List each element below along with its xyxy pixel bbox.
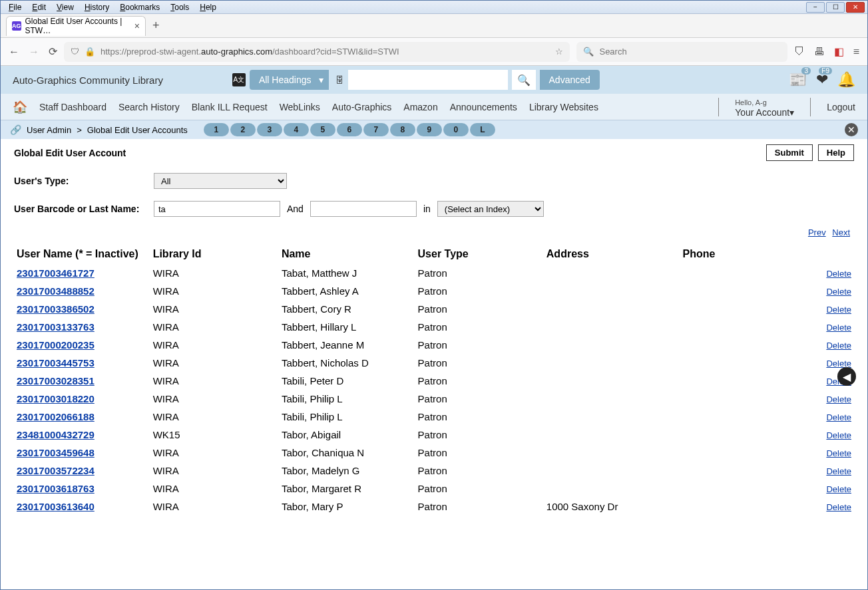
delete-link[interactable]: Delete — [826, 466, 851, 476]
pill-0[interactable]: 0 — [443, 123, 469, 136]
maximize-button[interactable]: ☐ — [826, 2, 845, 13]
user-id-link[interactable]: 23017003445753 — [17, 357, 95, 369]
user-id-link[interactable]: 23017003386502 — [17, 303, 95, 315]
back-button[interactable]: ← — [9, 46, 19, 58]
pill-1[interactable]: 1 — [204, 123, 229, 136]
menu-icon[interactable]: ≡ — [853, 46, 859, 58]
url-domain: auto-graphics.com — [201, 47, 272, 57]
user-id-link[interactable]: 23017003618763 — [17, 483, 95, 494]
advanced-search-button[interactable]: Advanced — [540, 70, 600, 90]
close-panel-icon[interactable]: ✕ — [845, 123, 858, 136]
forward-button[interactable]: → — [29, 46, 39, 58]
minimize-button[interactable]: − — [806, 2, 825, 13]
menu-edit[interactable]: Edit — [27, 1, 51, 13]
close-tab-icon[interactable]: × — [134, 21, 140, 31]
pocket-icon[interactable]: ⛉ — [794, 46, 805, 58]
user-type-select[interactable]: All — [154, 173, 287, 189]
headings-dropdown[interactable]: All Headings — [250, 70, 329, 90]
nav-weblinks[interactable]: WebLinks — [280, 102, 320, 112]
cell-type: Patron — [415, 282, 544, 300]
account-dropdown[interactable]: Hello, A-g Your Account▾ — [735, 96, 794, 118]
delete-link[interactable]: Delete — [826, 448, 851, 458]
menu-file[interactable]: File — [3, 1, 27, 13]
user-id-link[interactable]: 23017000200235 — [17, 339, 95, 351]
nav-staff-dashboard[interactable]: Staff Dashboard — [39, 102, 107, 112]
delete-link[interactable]: Delete — [826, 394, 851, 404]
translate-icon[interactable]: A文 — [232, 73, 246, 86]
notifications-icon[interactable]: 🔔 — [837, 71, 855, 88]
cell-phone — [680, 480, 793, 498]
address-bar[interactable]: 🛡 🔒 https://preprod-stwi-agent.auto-grap… — [64, 42, 570, 62]
cell-phone — [680, 498, 793, 516]
browser-search-box[interactable]: 🔍 Search — [576, 42, 787, 62]
close-window-button[interactable]: ✕ — [846, 2, 865, 13]
bookmark-star-icon[interactable]: ☆ — [555, 47, 563, 57]
delete-link[interactable]: Delete — [826, 287, 851, 297]
reload-button[interactable]: ⟳ — [49, 45, 57, 58]
delete-link[interactable]: Delete — [826, 484, 851, 494]
user-id-link[interactable]: 23017003572234 — [17, 465, 95, 476]
collapse-arrow-icon[interactable]: ◀ — [837, 367, 856, 386]
pill-8[interactable]: 8 — [390, 123, 415, 136]
user-id-link[interactable]: 23017003459648 — [17, 447, 95, 458]
index-select[interactable]: (Select an Index) — [437, 201, 544, 217]
browser-tab[interactable]: AG Global Edit User Accounts | STW… × — [6, 16, 146, 36]
menu-history[interactable]: History — [79, 1, 114, 13]
pill-5[interactable]: 5 — [310, 123, 335, 136]
menu-help[interactable]: Help — [194, 1, 222, 13]
library-name: Auto-Graphics Community Library — [13, 74, 163, 86]
menu-view[interactable]: View — [51, 1, 79, 13]
catalog-search-button[interactable]: 🔍 — [512, 70, 536, 90]
pill-4[interactable]: 4 — [284, 123, 309, 136]
database-icon[interactable]: 🗄 — [335, 75, 344, 85]
delete-link[interactable]: Delete — [826, 412, 851, 422]
next-link[interactable]: Next — [832, 227, 850, 237]
shield-icon[interactable]: 🛡 — [71, 47, 79, 57]
user-id-link[interactable]: 23017003461727 — [17, 267, 95, 279]
menu-bookmarks[interactable]: Bookmarks — [114, 1, 165, 13]
breadcrumb-parent[interactable]: User Admin — [27, 125, 71, 135]
delete-link[interactable]: Delete — [826, 430, 851, 440]
nav-amazon[interactable]: Amazon — [403, 102, 437, 112]
user-id-link[interactable]: 23017003488852 — [17, 285, 95, 297]
help-button[interactable]: Help — [818, 144, 854, 161]
nav-blank-ill-request[interactable]: Blank ILL Request — [192, 102, 268, 112]
nav-library-websites[interactable]: Library Websites — [529, 102, 598, 112]
nav-search-history[interactable]: Search History — [118, 102, 180, 112]
pill-7[interactable]: 7 — [363, 123, 389, 136]
prev-link[interactable]: Prev — [808, 227, 826, 237]
user-id-link[interactable]: 23017003018220 — [17, 393, 95, 404]
delete-link[interactable]: Delete — [826, 323, 851, 333]
user-id-link[interactable]: 23017002066188 — [17, 411, 95, 422]
barcode-input-2[interactable] — [310, 201, 417, 217]
user-id-link[interactable]: 23481000432729 — [17, 429, 95, 440]
browser-tabstrip: AG Global Edit User Accounts | STW… × + — [1, 14, 867, 38]
delete-link[interactable]: Delete — [826, 502, 851, 512]
home-icon[interactable]: 🏠 — [13, 100, 27, 114]
delete-link[interactable]: Delete — [826, 341, 851, 351]
delete-link[interactable]: Delete — [826, 269, 851, 279]
pill-9[interactable]: 9 — [417, 123, 442, 136]
catalog-search-input[interactable] — [348, 70, 508, 90]
extension-icon[interactable]: ◧ — [834, 45, 844, 58]
submit-button[interactable]: Submit — [766, 144, 813, 161]
cell-phone — [680, 336, 793, 354]
user-id-link[interactable]: 23017003133763 — [17, 321, 95, 333]
print-icon[interactable]: 🖶 — [814, 46, 825, 58]
pill-3[interactable]: 3 — [257, 123, 282, 136]
user-id-link[interactable]: 23017003028351 — [17, 375, 95, 386]
new-tab-button[interactable]: + — [152, 19, 160, 33]
news-icon[interactable]: 📰3 — [789, 71, 807, 88]
favorites-icon[interactable]: ❤F9 — [816, 71, 828, 88]
barcode-input-1[interactable] — [154, 201, 280, 217]
lock-icon[interactable]: 🔒 — [85, 47, 95, 57]
pill-2[interactable]: 2 — [230, 123, 256, 136]
nav-auto-graphics[interactable]: Auto-Graphics — [332, 102, 391, 112]
user-id-link[interactable]: 23017003613640 — [17, 501, 95, 512]
pill-6[interactable]: 6 — [337, 123, 362, 136]
pill-L[interactable]: L — [470, 123, 495, 136]
logout-link[interactable]: Logout — [827, 102, 855, 112]
nav-announcements[interactable]: Announcements — [450, 102, 517, 112]
menu-tools[interactable]: Tools — [165, 1, 194, 13]
delete-link[interactable]: Delete — [826, 305, 851, 315]
